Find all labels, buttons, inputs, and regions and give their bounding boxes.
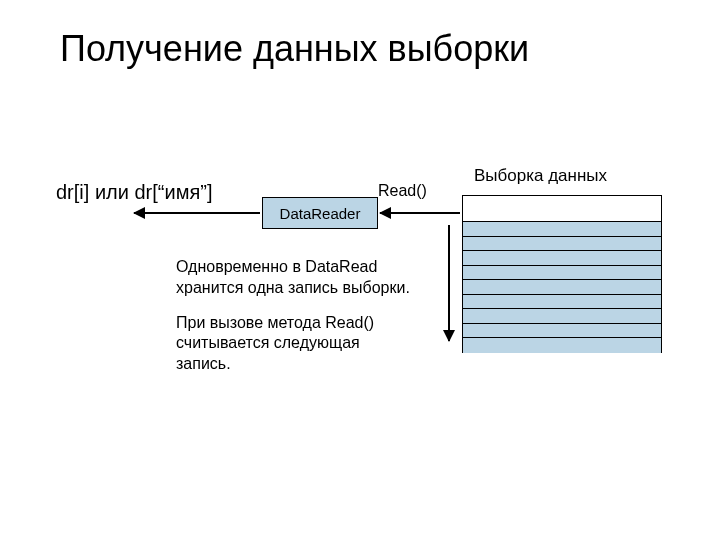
page-title: Получение данных выборки bbox=[60, 28, 529, 70]
table-row bbox=[463, 338, 661, 353]
arrow-read-icon bbox=[380, 212, 460, 214]
table-row bbox=[463, 266, 661, 281]
datareader-box-label: DataReader bbox=[280, 205, 361, 222]
arrow-left-icon bbox=[134, 212, 260, 214]
table-row bbox=[463, 222, 661, 237]
explanatory-note: Одновременно в DataRead хранится одна за… bbox=[176, 257, 416, 389]
datareader-box: DataReader bbox=[262, 197, 378, 229]
slide: Получение данных выборки dr[i] или dr[“и… bbox=[0, 0, 720, 540]
table-header-row bbox=[463, 196, 661, 222]
table-row bbox=[463, 251, 661, 266]
access-expression-label: dr[i] или dr[“имя”] bbox=[56, 181, 212, 204]
note-paragraph-2: При вызове метода Read() считывается сле… bbox=[176, 313, 416, 375]
data-table bbox=[462, 195, 662, 353]
note-paragraph-1: Одновременно в DataRead хранится одна за… bbox=[176, 257, 416, 299]
table-caption: Выборка данных bbox=[474, 166, 607, 186]
arrow-down-icon bbox=[448, 225, 450, 341]
table-row bbox=[463, 309, 661, 324]
read-method-label: Read() bbox=[378, 182, 427, 200]
table-row bbox=[463, 237, 661, 252]
table-row bbox=[463, 280, 661, 295]
table-row bbox=[463, 295, 661, 310]
table-row bbox=[463, 324, 661, 339]
